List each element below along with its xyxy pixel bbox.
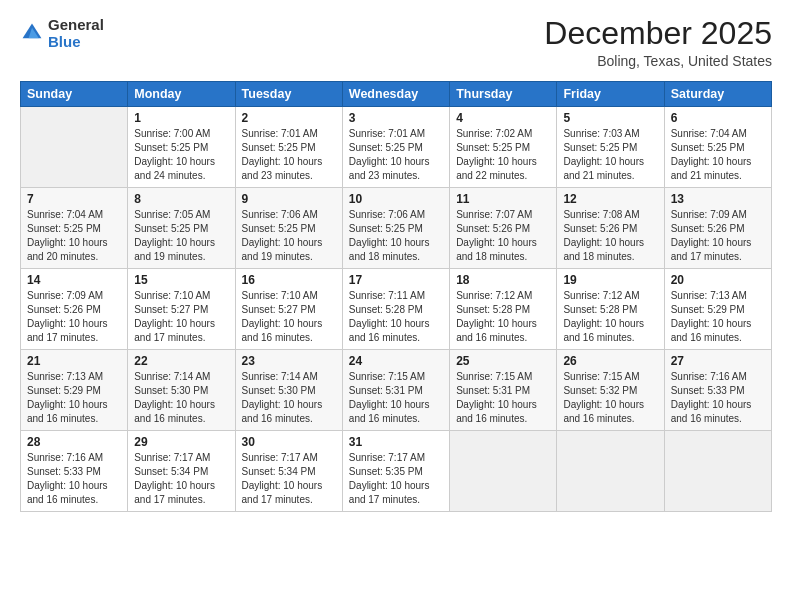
calendar-cell: 9Sunrise: 7:06 AMSunset: 5:25 PMDaylight… [235, 188, 342, 269]
day-header-wednesday: Wednesday [342, 82, 449, 107]
day-info: Sunrise: 7:06 AMSunset: 5:25 PMDaylight:… [349, 208, 443, 264]
week-row-1: 1Sunrise: 7:00 AMSunset: 5:25 PMDaylight… [21, 107, 772, 188]
calendar-cell: 3Sunrise: 7:01 AMSunset: 5:25 PMDaylight… [342, 107, 449, 188]
day-number: 2 [242, 111, 336, 125]
day-number: 28 [27, 435, 121, 449]
day-header-row: SundayMondayTuesdayWednesdayThursdayFrid… [21, 82, 772, 107]
day-number: 16 [242, 273, 336, 287]
day-info: Sunrise: 7:12 AMSunset: 5:28 PMDaylight:… [563, 289, 657, 345]
day-info: Sunrise: 7:14 AMSunset: 5:30 PMDaylight:… [242, 370, 336, 426]
day-info: Sunrise: 7:04 AMSunset: 5:25 PMDaylight:… [671, 127, 765, 183]
calendar-cell: 29Sunrise: 7:17 AMSunset: 5:34 PMDayligh… [128, 431, 235, 512]
calendar-cell: 30Sunrise: 7:17 AMSunset: 5:34 PMDayligh… [235, 431, 342, 512]
day-info: Sunrise: 7:13 AMSunset: 5:29 PMDaylight:… [671, 289, 765, 345]
day-info: Sunrise: 7:09 AMSunset: 5:26 PMDaylight:… [671, 208, 765, 264]
day-info: Sunrise: 7:06 AMSunset: 5:25 PMDaylight:… [242, 208, 336, 264]
day-number: 24 [349, 354, 443, 368]
calendar-cell: 8Sunrise: 7:05 AMSunset: 5:25 PMDaylight… [128, 188, 235, 269]
day-header-monday: Monday [128, 82, 235, 107]
day-number: 25 [456, 354, 550, 368]
day-info: Sunrise: 7:15 AMSunset: 5:31 PMDaylight:… [349, 370, 443, 426]
day-header-sunday: Sunday [21, 82, 128, 107]
logo-blue-text: Blue [48, 33, 81, 50]
day-info: Sunrise: 7:01 AMSunset: 5:25 PMDaylight:… [349, 127, 443, 183]
month-title: December 2025 [544, 16, 772, 51]
day-info: Sunrise: 7:04 AMSunset: 5:25 PMDaylight:… [27, 208, 121, 264]
calendar: SundayMondayTuesdayWednesdayThursdayFrid… [20, 81, 772, 512]
day-number: 22 [134, 354, 228, 368]
logo-general-text: General [48, 16, 104, 33]
day-number: 4 [456, 111, 550, 125]
day-number: 5 [563, 111, 657, 125]
day-info: Sunrise: 7:17 AMSunset: 5:35 PMDaylight:… [349, 451, 443, 507]
day-info: Sunrise: 7:17 AMSunset: 5:34 PMDaylight:… [242, 451, 336, 507]
day-number: 14 [27, 273, 121, 287]
calendar-cell: 31Sunrise: 7:17 AMSunset: 5:35 PMDayligh… [342, 431, 449, 512]
calendar-cell: 16Sunrise: 7:10 AMSunset: 5:27 PMDayligh… [235, 269, 342, 350]
day-number: 19 [563, 273, 657, 287]
day-info: Sunrise: 7:16 AMSunset: 5:33 PMDaylight:… [27, 451, 121, 507]
day-info: Sunrise: 7:12 AMSunset: 5:28 PMDaylight:… [456, 289, 550, 345]
day-info: Sunrise: 7:10 AMSunset: 5:27 PMDaylight:… [242, 289, 336, 345]
day-number: 17 [349, 273, 443, 287]
day-number: 6 [671, 111, 765, 125]
day-number: 30 [242, 435, 336, 449]
calendar-cell: 23Sunrise: 7:14 AMSunset: 5:30 PMDayligh… [235, 350, 342, 431]
calendar-cell: 27Sunrise: 7:16 AMSunset: 5:33 PMDayligh… [664, 350, 771, 431]
week-row-2: 7Sunrise: 7:04 AMSunset: 5:25 PMDaylight… [21, 188, 772, 269]
page: General Blue December 2025 Boling, Texas… [0, 0, 792, 612]
day-header-saturday: Saturday [664, 82, 771, 107]
calendar-cell: 28Sunrise: 7:16 AMSunset: 5:33 PMDayligh… [21, 431, 128, 512]
day-number: 23 [242, 354, 336, 368]
calendar-cell: 19Sunrise: 7:12 AMSunset: 5:28 PMDayligh… [557, 269, 664, 350]
day-number: 29 [134, 435, 228, 449]
day-info: Sunrise: 7:17 AMSunset: 5:34 PMDaylight:… [134, 451, 228, 507]
calendar-cell: 25Sunrise: 7:15 AMSunset: 5:31 PMDayligh… [450, 350, 557, 431]
week-row-4: 21Sunrise: 7:13 AMSunset: 5:29 PMDayligh… [21, 350, 772, 431]
day-number: 10 [349, 192, 443, 206]
calendar-cell: 7Sunrise: 7:04 AMSunset: 5:25 PMDaylight… [21, 188, 128, 269]
day-header-tuesday: Tuesday [235, 82, 342, 107]
day-number: 21 [27, 354, 121, 368]
day-info: Sunrise: 7:02 AMSunset: 5:25 PMDaylight:… [456, 127, 550, 183]
header: General Blue December 2025 Boling, Texas… [20, 16, 772, 69]
day-number: 26 [563, 354, 657, 368]
day-info: Sunrise: 7:15 AMSunset: 5:32 PMDaylight:… [563, 370, 657, 426]
calendar-cell: 18Sunrise: 7:12 AMSunset: 5:28 PMDayligh… [450, 269, 557, 350]
calendar-cell: 12Sunrise: 7:08 AMSunset: 5:26 PMDayligh… [557, 188, 664, 269]
day-number: 13 [671, 192, 765, 206]
day-info: Sunrise: 7:07 AMSunset: 5:26 PMDaylight:… [456, 208, 550, 264]
day-info: Sunrise: 7:15 AMSunset: 5:31 PMDaylight:… [456, 370, 550, 426]
day-number: 27 [671, 354, 765, 368]
day-info: Sunrise: 7:01 AMSunset: 5:25 PMDaylight:… [242, 127, 336, 183]
logo-icon [20, 21, 44, 45]
calendar-cell: 4Sunrise: 7:02 AMSunset: 5:25 PMDaylight… [450, 107, 557, 188]
calendar-cell: 10Sunrise: 7:06 AMSunset: 5:25 PMDayligh… [342, 188, 449, 269]
day-number: 9 [242, 192, 336, 206]
calendar-cell: 17Sunrise: 7:11 AMSunset: 5:28 PMDayligh… [342, 269, 449, 350]
day-number: 12 [563, 192, 657, 206]
location: Boling, Texas, United States [544, 53, 772, 69]
week-row-3: 14Sunrise: 7:09 AMSunset: 5:26 PMDayligh… [21, 269, 772, 350]
calendar-cell: 15Sunrise: 7:10 AMSunset: 5:27 PMDayligh… [128, 269, 235, 350]
calendar-cell: 26Sunrise: 7:15 AMSunset: 5:32 PMDayligh… [557, 350, 664, 431]
day-number: 8 [134, 192, 228, 206]
day-info: Sunrise: 7:00 AMSunset: 5:25 PMDaylight:… [134, 127, 228, 183]
calendar-cell [557, 431, 664, 512]
day-info: Sunrise: 7:14 AMSunset: 5:30 PMDaylight:… [134, 370, 228, 426]
day-number: 31 [349, 435, 443, 449]
calendar-cell: 6Sunrise: 7:04 AMSunset: 5:25 PMDaylight… [664, 107, 771, 188]
day-number: 3 [349, 111, 443, 125]
day-info: Sunrise: 7:13 AMSunset: 5:29 PMDaylight:… [27, 370, 121, 426]
day-number: 11 [456, 192, 550, 206]
day-info: Sunrise: 7:08 AMSunset: 5:26 PMDaylight:… [563, 208, 657, 264]
calendar-cell: 21Sunrise: 7:13 AMSunset: 5:29 PMDayligh… [21, 350, 128, 431]
week-row-5: 28Sunrise: 7:16 AMSunset: 5:33 PMDayligh… [21, 431, 772, 512]
day-info: Sunrise: 7:16 AMSunset: 5:33 PMDaylight:… [671, 370, 765, 426]
calendar-cell: 13Sunrise: 7:09 AMSunset: 5:26 PMDayligh… [664, 188, 771, 269]
calendar-cell: 11Sunrise: 7:07 AMSunset: 5:26 PMDayligh… [450, 188, 557, 269]
day-header-thursday: Thursday [450, 82, 557, 107]
calendar-cell [21, 107, 128, 188]
day-info: Sunrise: 7:03 AMSunset: 5:25 PMDaylight:… [563, 127, 657, 183]
day-header-friday: Friday [557, 82, 664, 107]
